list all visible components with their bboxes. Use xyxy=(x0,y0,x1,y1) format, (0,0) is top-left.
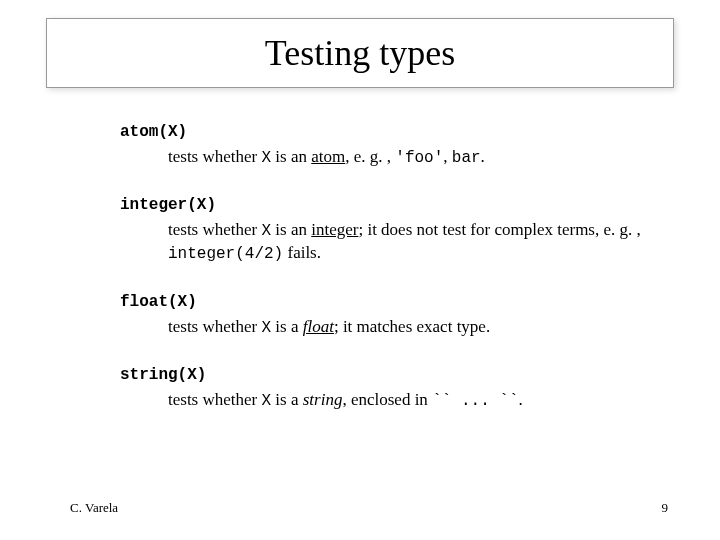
text: . xyxy=(481,147,485,166)
code: `` ... `` xyxy=(432,392,518,410)
text: tests whether xyxy=(168,147,261,166)
text: , xyxy=(443,147,452,166)
desc-integer: tests whether X is an integer; it does n… xyxy=(168,219,660,266)
entry-integer: integer(X) tests whether X is an integer… xyxy=(120,193,660,266)
text: ; it matches exact type. xyxy=(334,317,490,336)
code: X xyxy=(261,222,271,240)
term-integer: integer(X) xyxy=(120,196,216,214)
entry-atom: atom(X) tests whether X is an atom, e. g… xyxy=(120,120,660,169)
code: X xyxy=(261,319,271,337)
underline: integer xyxy=(311,220,358,239)
underline: atom xyxy=(311,147,345,166)
code: bar xyxy=(452,149,481,167)
text: tests whether xyxy=(168,220,261,239)
code: 'foo' xyxy=(395,149,443,167)
entry-string: string(X) tests whether X is a string, e… xyxy=(120,363,660,412)
slide-title: Testing types xyxy=(265,32,455,74)
desc-string: tests whether X is a string, enclosed in… xyxy=(168,389,660,413)
text: tests whether xyxy=(168,317,261,336)
text: is a xyxy=(271,390,303,409)
desc-atom: tests whether X is an atom, e. g. , 'foo… xyxy=(168,146,660,170)
underline: float xyxy=(303,317,334,336)
italic: string xyxy=(303,390,343,409)
term-atom: atom(X) xyxy=(120,123,187,141)
term-string: string(X) xyxy=(120,366,206,384)
text: , e. g. , xyxy=(345,147,395,166)
slide: Testing types atom(X) tests whether X is… xyxy=(0,0,720,540)
title-box: Testing types xyxy=(46,18,674,88)
entry-float: float(X) tests whether X is a float; it … xyxy=(120,290,660,339)
text: ; it does not test for complex terms, e.… xyxy=(358,220,640,239)
text: tests whether xyxy=(168,390,261,409)
footer-author: C. Varela xyxy=(70,500,118,516)
text: . xyxy=(519,390,523,409)
desc-float: tests whether X is a float; it matches e… xyxy=(168,316,660,340)
text: is an xyxy=(271,147,311,166)
code: X xyxy=(261,149,271,167)
text: fails. xyxy=(283,243,321,262)
code: integer(4/2) xyxy=(168,245,283,263)
text: is an xyxy=(271,220,311,239)
text: , enclosed in xyxy=(342,390,432,409)
term-float: float(X) xyxy=(120,293,197,311)
content-area: atom(X) tests whether X is an atom, e. g… xyxy=(120,120,660,436)
code: X xyxy=(261,392,271,410)
footer-page-number: 9 xyxy=(662,500,669,516)
text: is a xyxy=(271,317,303,336)
